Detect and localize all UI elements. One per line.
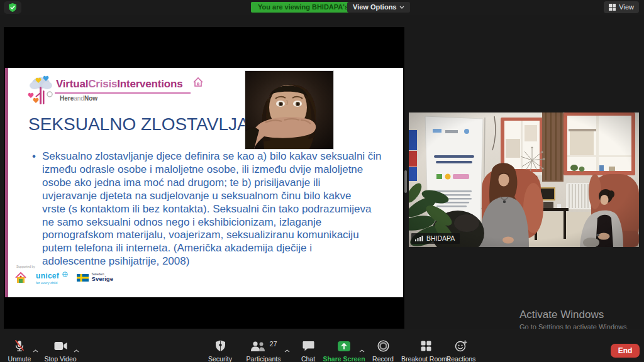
tagline-and: and (74, 95, 84, 102)
unicef-wordmark: unicef (36, 272, 59, 280)
brand-wordmark: VirtualCrisisInterventions (56, 78, 182, 90)
supported-by-label: Supported by (16, 265, 113, 268)
body-line-8: putem telefona ili interneta. (Američka … (32, 242, 394, 255)
tagline-here: Here (60, 95, 74, 102)
unmute-label: Unmute (4, 355, 35, 362)
video-camera-icon (54, 341, 67, 351)
meeting-security-shield-icon[interactable] (4, 1, 21, 14)
brand-interventions: Interventions (117, 78, 182, 90)
participants-icon (250, 341, 266, 352)
bhidapa-house-logo (14, 272, 27, 284)
view-options-button[interactable]: View Options (347, 2, 410, 13)
slide-body-text: •Seksualno zlostavljanje djece definira … (32, 150, 394, 268)
brand-crisis: Crisis (88, 78, 117, 90)
slide-footer: Supported by unicef (14, 265, 113, 285)
grid-view-icon (609, 4, 616, 11)
view-button[interactable]: View (604, 1, 639, 13)
body-line-5: vrste (s kontaktom ili bez kontakta). Se… (32, 203, 394, 216)
panel-resize-handle[interactable] (404, 170, 407, 193)
share-screen-icon (337, 341, 351, 352)
sweden-logo: Sweden Sverige (77, 273, 113, 283)
reactions-label: Reactions (443, 355, 479, 362)
video-options-chevron-icon[interactable] (74, 344, 79, 355)
body-line-4: uvjeravanje djeteta na sudjelovanje u se… (32, 190, 394, 203)
unicef-tagline: for every child (36, 282, 68, 285)
unicef-logo: unicef for every child (36, 270, 68, 285)
end-meeting-button[interactable]: End (611, 344, 640, 358)
body-line-3: osobe ako jedna ima moć nad drugom; te b… (32, 177, 394, 190)
participants-label: Participants (242, 355, 286, 362)
microphone-muted-icon (13, 339, 26, 353)
share-options-chevron-icon[interactable] (359, 344, 365, 355)
zoom-app-window: You are viewing BHIDAPA's screen View Op… (0, 0, 644, 362)
presentation-slide: VirtualCrisisInterventions HereandNow SE… (5, 68, 403, 297)
record-icon (377, 340, 389, 352)
tagline-now: Now (84, 95, 97, 102)
participant-name-tag: BHIDAPA (411, 233, 460, 244)
security-button[interactable]: Security (201, 339, 239, 362)
body-line-6: ne samo seksualni odnos nego i ekshibici… (32, 216, 394, 229)
security-shield-toolbar-icon (215, 340, 226, 352)
slide-title: SEKSUALNO ZLOSTAVLJANJE (28, 114, 282, 134)
activate-windows-watermark: Activate Windows Go to Settings to activ… (519, 309, 629, 331)
bullet-marker: • (32, 150, 36, 163)
house-icon (192, 76, 204, 89)
unmute-options-chevron-icon[interactable] (33, 344, 38, 355)
reactions-button[interactable]: Reactions (443, 339, 479, 362)
vci-tree-logo-icon (27, 74, 55, 107)
unmute-button[interactable]: Unmute (4, 339, 35, 362)
brand-underline (55, 92, 191, 94)
unicef-globe-icon (62, 272, 68, 277)
chat-bubble-icon (303, 341, 314, 351)
reactions-smiley-icon (455, 340, 467, 352)
body-line-2: između odrasle osobe i maloljetne osobe,… (32, 163, 394, 177)
stop-video-label: Stop Video (40, 355, 80, 362)
participants-count: 27 (269, 340, 277, 348)
brand-tagline: HereandNow (60, 95, 97, 102)
breakout-rooms-icon (421, 341, 431, 351)
record-button[interactable]: Record (367, 339, 399, 362)
view-button-label: View (619, 1, 634, 13)
participant-name: BHIDAPA (426, 234, 455, 242)
body-line-7: pornografskom materijalu, voajerizam, se… (32, 229, 394, 242)
connection-signal-icon (415, 235, 423, 241)
body-line-1: Seksualno zlostavljanje djece definira s… (42, 150, 382, 162)
chevron-down-icon (399, 6, 404, 9)
sverige-label: Sverige (92, 276, 113, 282)
share-screen-label: Share Screen (319, 355, 369, 362)
view-options-label: View Options (353, 2, 396, 13)
meeting-toolbar: Unmute Stop Video (0, 329, 644, 362)
participants-options-chevron-icon[interactable] (284, 344, 290, 355)
sweden-flag-icon (77, 274, 89, 282)
security-label: Security (201, 355, 239, 362)
participants-button[interactable]: 27 Participants (242, 339, 286, 362)
shield-check-icon (8, 3, 18, 13)
record-label: Record (367, 355, 399, 362)
top-bar: You are viewing BHIDAPA's screen View Op… (0, 0, 644, 15)
slide-photo-frightened-child (245, 70, 334, 150)
watermark-title: Activate Windows (519, 309, 629, 321)
shared-screen-region: VirtualCrisisInterventions HereandNow SE… (4, 27, 404, 329)
brand-virtual: Virtual (56, 78, 88, 90)
participant-video-tile: BHIDAPA (409, 112, 639, 247)
participant-video-frame (409, 112, 639, 247)
